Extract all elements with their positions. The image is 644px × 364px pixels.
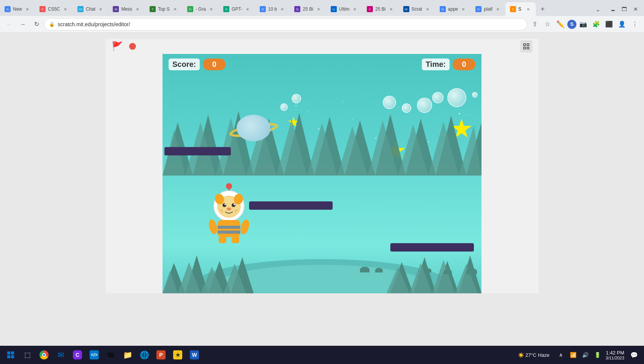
tab-close-scra[interactable]: ✕ [425, 6, 431, 12]
explorer-taskbar-icon[interactable]: 📁 [120, 347, 135, 362]
weather-display[interactable]: ☀️ 27°C Haze [518, 352, 549, 358]
sidebar-icon[interactable]: ⬛ [603, 18, 615, 30]
tab-close-css[interactable]: ✕ [62, 6, 68, 12]
more-tabs-button[interactable]: ⌄ [591, 2, 605, 16]
mail-taskbar-icon[interactable]: ✉ [53, 347, 68, 362]
maximize-button[interactable]: 🗖 [619, 4, 630, 14]
network-icon[interactable]: 📶 [568, 350, 578, 360]
start-button[interactable] [3, 347, 18, 362]
tab-new[interactable]: N New ✕ [0, 2, 35, 16]
tab-label-plat: platf [484, 6, 492, 12]
tab-close-mess[interactable]: ✕ [134, 6, 140, 12]
tab-10b[interactable]: G 10 b ✕ [255, 2, 290, 16]
tab-favicon-25b: D [294, 6, 300, 12]
svg-rect-25 [218, 231, 240, 234]
game-hud: Score: 0 Time: 0 [169, 59, 475, 70]
tab-close-chat[interactable]: ✕ [98, 6, 104, 12]
tab-css[interactable]: C CS5C ✕ [35, 2, 73, 16]
taskbar: ⬚ ✉ C </> 🛍 📁 🌐 P ★ W ☀️ 27°C Haze [0, 346, 644, 364]
tab-25b2[interactable]: C 25 Bi ✕ [362, 2, 398, 16]
tab-scratch-active[interactable]: S S ✕ [505, 2, 536, 16]
tab-close-10b[interactable]: ✕ [279, 6, 285, 12]
tab-ulti[interactable]: U Ultim ✕ [326, 2, 362, 16]
minimize-button[interactable]: 🗕 [608, 4, 618, 14]
weather-temp: 27°C [526, 352, 537, 358]
tab-close-top[interactable]: ✕ [172, 6, 178, 12]
reload-button[interactable]: ↻ [30, 18, 43, 30]
tab-appe[interactable]: G appe ✕ [435, 2, 471, 16]
bookmark-icon[interactable]: ☆ [541, 18, 554, 30]
address-text: scratch.mit.edu/projects/editor/ [58, 21, 522, 27]
svg-rect-33 [11, 355, 14, 358]
profile-s-icon[interactable]: S [567, 20, 576, 29]
fullscreen-button[interactable] [520, 40, 532, 52]
close-button[interactable]: ✕ [630, 4, 641, 14]
tab-favicon-10b: G [260, 6, 266, 12]
tab-close-new[interactable]: ✕ [24, 6, 30, 12]
ground-rock [375, 268, 383, 272]
tab-plat[interactable]: G platf ✕ [471, 2, 505, 16]
green-flag-button[interactable]: 🚩 [112, 41, 123, 52]
tab-gra[interactable]: G - Gra ✕ [183, 2, 219, 16]
extensions-icon[interactable]: 🧩 [590, 18, 602, 30]
tab-close-gra[interactable]: ✕ [208, 6, 214, 12]
address-bar[interactable]: 🔒 scratch.mit.edu/projects/editor/ [44, 18, 527, 30]
tab-close-plat[interactable]: ✕ [495, 6, 501, 12]
extension-screenshot-icon[interactable]: 📷 [577, 18, 589, 30]
yellow-app-taskbar-icon[interactable]: ★ [170, 347, 185, 362]
weather-desc: Haze [538, 352, 549, 358]
tab-25b[interactable]: D 25 Bi ✕ [290, 2, 326, 16]
task-view-button[interactable]: ⬚ [20, 347, 35, 362]
dog-character [206, 183, 252, 240]
tab-close-25b2[interactable]: ✕ [388, 6, 394, 12]
notification-center-button[interactable]: 💬 [627, 348, 641, 362]
time-value: 0 [453, 59, 475, 70]
tab-close-appe[interactable]: ✕ [460, 6, 466, 12]
vscode-taskbar-icon[interactable]: </> [87, 347, 102, 362]
volume-icon[interactable]: 🔊 [580, 350, 590, 360]
battery-icon[interactable]: 🔋 [592, 350, 603, 360]
show-hidden-icons[interactable]: ∧ [556, 350, 566, 360]
tab-gpt[interactable]: G GPT- ✕ [219, 2, 255, 16]
edge-taskbar-icon[interactable]: 🌐 [137, 347, 152, 362]
stop-button[interactable] [129, 43, 136, 50]
tab-label-25b: 25 Bi [303, 6, 313, 12]
chrome-taskbar-icon[interactable] [36, 347, 52, 362]
tab-label-gra: - Gra [196, 6, 206, 12]
tab-top[interactable]: T Top S ✕ [145, 2, 183, 16]
platform-1 [164, 147, 231, 155]
menu-icon[interactable]: ⋮ [629, 18, 641, 30]
new-tab-button[interactable]: + [536, 2, 549, 16]
tab-favicon-scra: W [403, 6, 409, 12]
powerpoint-taskbar-icon[interactable]: P [153, 347, 169, 362]
tab-mess[interactable]: M Mess ✕ [108, 2, 145, 16]
tab-label-new: New [13, 6, 22, 12]
tab-label-10b: 10 b [268, 6, 277, 12]
store-taskbar-icon[interactable]: 🛍 [103, 347, 118, 362]
system-clock[interactable]: 1:42 PM 3/11/2023 [606, 350, 624, 360]
back-button[interactable]: ← [3, 18, 15, 30]
tab-label-appe: appe [448, 6, 458, 12]
tab-favicon-top: T [150, 6, 156, 12]
tab-scra[interactable]: W Scrat ✕ [399, 2, 435, 16]
tab-favicon-mess: M [113, 6, 119, 12]
tab-close-25b[interactable]: ✕ [316, 6, 322, 12]
tabs-container: N New ✕ C CS5C ✕ Ch Chat ✕ M Mess ✕ T [0, 2, 591, 16]
planet-sprite [237, 115, 271, 141]
word-taskbar-icon[interactable]: W [187, 347, 202, 362]
svg-point-20 [224, 204, 226, 205]
tab-close-scratch[interactable]: ✕ [525, 6, 531, 12]
ground-rock [425, 268, 431, 272]
forward-button[interactable]: → [17, 18, 29, 30]
browser-frame: N New ✕ C CS5C ✕ Ch Chat ✕ M Mess ✕ T [0, 0, 644, 364]
weather-icon: ☀️ [518, 352, 524, 358]
profile-icon[interactable]: 👤 [616, 18, 628, 30]
tab-close-gpt[interactable]: ✕ [245, 6, 251, 12]
tab-chat[interactable]: Ch Chat ✕ [73, 2, 108, 16]
highlight-icon[interactable]: ✏️ [554, 18, 567, 30]
tab-close-ulti[interactable]: ✕ [352, 6, 358, 12]
share-icon[interactable]: ⇧ [529, 18, 541, 30]
canva-taskbar-icon[interactable]: C [70, 347, 85, 362]
tab-favicon-gpt: G [223, 6, 229, 12]
tab-favicon-scratch: S [510, 6, 516, 12]
